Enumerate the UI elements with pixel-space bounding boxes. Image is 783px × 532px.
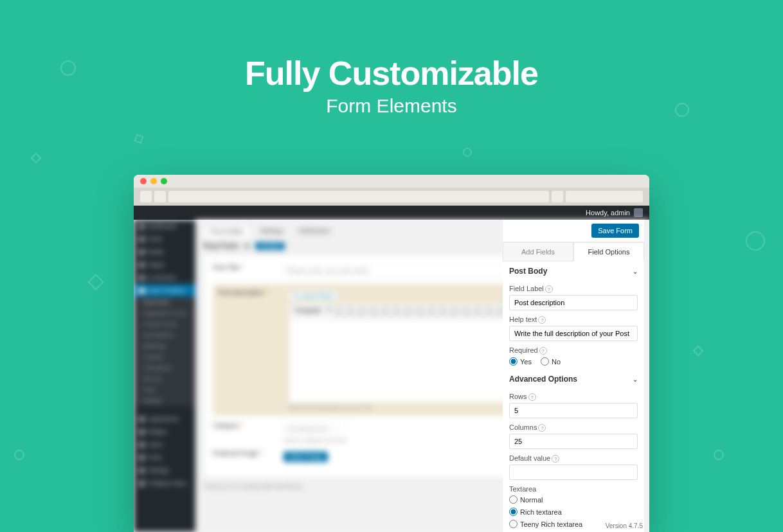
section-title: Advanced Options <box>509 375 577 384</box>
browser-btn[interactable] <box>140 191 152 202</box>
help-text-input[interactable] <box>509 326 638 341</box>
columns-input[interactable] <box>509 434 638 449</box>
chevron-down-icon: ⌄ <box>633 268 638 275</box>
appearance-icon <box>139 416 145 422</box>
avatar-icon[interactable] <box>634 208 643 217</box>
settings-icon <box>139 468 145 474</box>
field-label-input[interactable] <box>509 295 638 310</box>
section-post-body[interactable]: Post Body ⌄ <box>509 262 638 279</box>
pin-icon <box>139 236 145 242</box>
page-icon <box>139 262 145 268</box>
default-value-input[interactable] <box>509 465 638 480</box>
plugin-icon <box>139 429 145 435</box>
columns-label: Columns? <box>509 423 638 432</box>
save-form-button[interactable]: Save Form <box>591 224 639 238</box>
section-advanced[interactable]: Advanced Options ⌄ <box>509 369 638 387</box>
help-icon[interactable]: ? <box>545 285 553 293</box>
wp-admin: Howdy, admin Dashboard Posts Media Pages… <box>134 206 649 532</box>
tab-add-fields[interactable]: Add Fields <box>503 242 573 262</box>
rows-input[interactable] <box>509 403 638 418</box>
help-icon[interactable]: ? <box>552 455 559 463</box>
close-icon[interactable] <box>140 178 147 184</box>
hero: Fully Customizable Form Elements <box>0 54 783 117</box>
collapse-icon <box>139 481 145 486</box>
help-icon[interactable]: ? <box>539 347 547 355</box>
required-yes[interactable]: Yes <box>509 357 532 366</box>
help-icon[interactable]: ? <box>528 393 536 401</box>
browser-btn[interactable] <box>154 191 166 202</box>
chevron-down-icon: ⌄ <box>633 376 638 383</box>
howdy-text[interactable]: Howdy, admin <box>586 209 630 217</box>
version-text: Version 4.7.5 <box>606 522 643 529</box>
help-text-label: Help text? <box>509 315 638 324</box>
rows-label: Rows? <box>509 393 638 401</box>
textarea-rich[interactable]: Rich textarea <box>509 508 638 516</box>
textarea-normal[interactable]: Normal <box>509 495 638 504</box>
browser-btn[interactable] <box>552 191 563 202</box>
browser-window: Howdy, admin Dashboard Posts Media Pages… <box>134 175 649 532</box>
frontend-icon <box>139 288 145 294</box>
help-icon[interactable]: ? <box>538 424 546 432</box>
hero-subtitle: Form Elements <box>0 95 783 117</box>
required-no[interactable]: No <box>541 357 561 366</box>
section-title: Post Body <box>509 267 547 276</box>
wp-adminbar: Howdy, admin <box>134 206 649 220</box>
default-value-label: Default value? <box>509 454 638 463</box>
hero-title: Fully Customizable <box>0 54 783 93</box>
dashboard-icon <box>139 224 145 229</box>
browser-tabbar <box>134 188 649 206</box>
tools-icon <box>139 455 145 461</box>
field-options-panel: Save Form Add Fields Field Options Post … <box>503 220 644 532</box>
textarea-label: Textarea <box>509 485 638 493</box>
minimize-icon[interactable] <box>150 178 157 184</box>
tab-field-options[interactable]: Field Options <box>573 242 644 262</box>
field-label-label: Field Label? <box>509 285 638 293</box>
admin-sidebar: Dashboard Posts Media Pages Comments Use… <box>134 220 195 532</box>
help-icon[interactable]: ? <box>538 316 546 324</box>
browser-tab[interactable] <box>566 191 643 202</box>
address-bar[interactable] <box>168 191 549 202</box>
comment-icon <box>139 275 145 281</box>
window-titlebar <box>134 175 649 188</box>
users-icon <box>139 442 145 448</box>
media-icon <box>139 249 145 255</box>
maximize-icon[interactable] <box>161 178 167 184</box>
required-label: Required? <box>509 346 638 355</box>
